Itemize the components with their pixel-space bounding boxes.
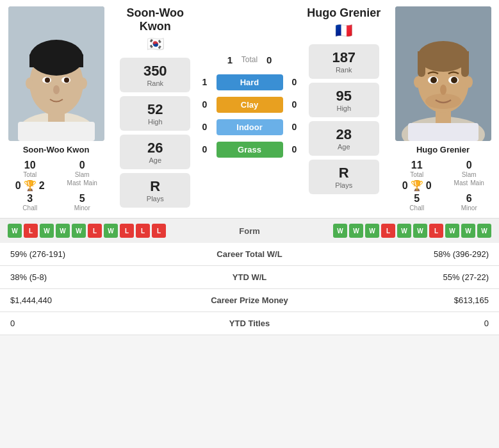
svg-rect-5: [29, 54, 83, 67]
right-total-value: 11: [393, 160, 441, 171]
right-minor-value: 6: [446, 193, 493, 204]
clay-button[interactable]: Clay: [217, 97, 283, 113]
form-left-badge-3: W: [56, 224, 70, 238]
right-rank-value: 187: [322, 49, 366, 66]
right-rank-label: Rank: [322, 66, 366, 74]
svg-point-12: [79, 78, 87, 89]
right-slam-value: 0: [446, 160, 493, 171]
left-rank-label: Rank: [133, 79, 177, 87]
right-middle-panel: Hugo Grenier 🇫🇷 187 Rank 95 High 28 Age …: [301, 6, 388, 212]
stats-row-0: 59% (276-191)Career Total W/L58% (396-29…: [0, 243, 499, 266]
form-right-badge-5: W: [413, 224, 427, 238]
right-mast-label-item: Mast: [454, 179, 468, 192]
svg-point-29: [465, 76, 473, 88]
left-slam-value: 0: [59, 160, 106, 171]
form-left-badge-7: L: [120, 224, 134, 238]
left-mast-value: 0: [15, 180, 21, 192]
grass-score-left: 0: [199, 144, 211, 154]
stats-left-1: 38% (5-8): [0, 266, 175, 289]
player-right-panel: Hugo Grenier 11 Total 0 Slam 0 🏆 0: [387, 6, 499, 212]
left-plays-label: Plays: [133, 195, 177, 203]
right-name-header: Hugo Grenier: [307, 6, 380, 20]
player-left-panel: Soon-Woo Kwon 10 Total 0 Slam 0 🏆 2: [0, 6, 112, 212]
form-right-badge-2: W: [365, 224, 379, 238]
right-main-label: Main: [470, 179, 484, 187]
form-right-badge-7: W: [445, 224, 459, 238]
left-mast-label-item: Mast: [67, 179, 81, 192]
form-label: Form: [224, 226, 275, 236]
trophy-right-icon: 🏆: [411, 179, 423, 192]
stats-left-3: 0: [0, 312, 175, 335]
svg-point-8: [45, 78, 50, 83]
hard-row: 1 Hard 0: [199, 74, 301, 90]
indoor-button[interactable]: Indoor: [217, 119, 283, 135]
left-mast-label: Mast: [67, 179, 81, 187]
left-total-stat: 10 Total: [6, 160, 54, 178]
svg-point-26: [451, 77, 457, 83]
svg-point-27: [440, 85, 446, 95]
clay-row: 0 Clay 0: [199, 97, 301, 113]
svg-rect-13: [18, 122, 95, 141]
grass-button[interactable]: Grass: [217, 142, 283, 158]
form-right-badge-6: L: [429, 224, 443, 238]
svg-rect-30: [408, 123, 479, 141]
left-plays-value: R: [133, 178, 177, 195]
left-plays-box: R Plays: [120, 173, 190, 208]
form-left-badge-1: L: [24, 224, 38, 238]
grass-score-right: 0: [288, 144, 301, 154]
hard-score-left: 1: [199, 77, 211, 87]
stats-center-3: YTD Titles: [175, 312, 325, 335]
right-mast-label: Mast: [454, 179, 468, 187]
form-section: WLWWWLWLLL Form WWWLWWLWWW: [0, 218, 499, 243]
right-slam-stat: 0 Slam: [446, 160, 493, 178]
right-high-label: High: [322, 104, 366, 112]
total-row: 1 Total 0: [224, 54, 275, 65]
left-total-label: Total: [6, 171, 54, 178]
indoor-score-right: 0: [288, 122, 301, 132]
right-mast-value: 0: [402, 180, 408, 192]
stats-right-0: 58% (396-292): [324, 243, 499, 266]
right-chall-stat: 5 Chall: [393, 193, 441, 212]
player-section: Soon-Woo Kwon 10 Total 0 Slam 0 🏆 2: [0, 0, 499, 218]
left-flag: 🇰🇷: [147, 36, 164, 53]
indoor-score-left: 0: [199, 122, 211, 132]
svg-point-18: [425, 94, 461, 109]
hard-button[interactable]: Hard: [217, 74, 283, 90]
svg-rect-21: [418, 51, 425, 77]
form-left-badge-9: L: [152, 224, 166, 238]
left-main-label: Main: [83, 179, 97, 187]
clay-score-left: 0: [199, 99, 211, 110]
left-rank-box: 350 Rank: [120, 58, 190, 92]
stats-right-1: 55% (27-22): [324, 266, 499, 289]
svg-point-11: [26, 78, 33, 89]
right-minor-label: Minor: [446, 204, 493, 212]
form-left-badge-5: L: [88, 224, 102, 238]
stats-table: 59% (276-191)Career Total W/L58% (396-29…: [0, 243, 499, 335]
right-plays-label: Plays: [322, 181, 366, 189]
left-chall-stat: 3 Chall: [6, 193, 54, 212]
right-chall-value: 5: [393, 193, 441, 204]
left-minor-label: Minor: [59, 204, 106, 212]
right-mast-stat: 0 🏆 0: [393, 179, 441, 192]
stats-row-3: 0YTD Titles0: [0, 312, 499, 335]
left-minor-value: 5: [59, 193, 106, 204]
svg-point-9: [64, 78, 69, 83]
grass-row: 0 Grass 0: [199, 142, 301, 158]
stats-center-2: Career Prize Money: [175, 289, 325, 312]
form-right-badge-3: L: [381, 224, 395, 238]
right-age-label: Age: [322, 143, 366, 151]
form-right-badge-0: W: [333, 224, 347, 238]
player-right-name: Hugo Grenier: [416, 145, 470, 154]
total-score-left: 1: [224, 54, 236, 65]
svg-point-25: [430, 77, 437, 83]
form-left-badge-0: W: [8, 224, 22, 238]
right-high-box: 95 High: [309, 83, 379, 117]
left-main-value: 2: [39, 180, 45, 192]
left-total-value: 10: [6, 160, 54, 171]
stats-right-2: $613,165: [324, 289, 499, 312]
left-middle-panel: Soon-Woo Kwon 🇰🇷 350 Rank 52 High 26 Age…: [112, 6, 199, 212]
center-panel: 1 Total 0 1 Hard 0 0 Clay 0 0 Indoor 0 0: [199, 6, 301, 212]
left-name-header: Soon-Woo Kwon: [126, 6, 184, 33]
right-slam-label: Slam: [446, 171, 493, 178]
left-high-label: High: [133, 118, 177, 126]
